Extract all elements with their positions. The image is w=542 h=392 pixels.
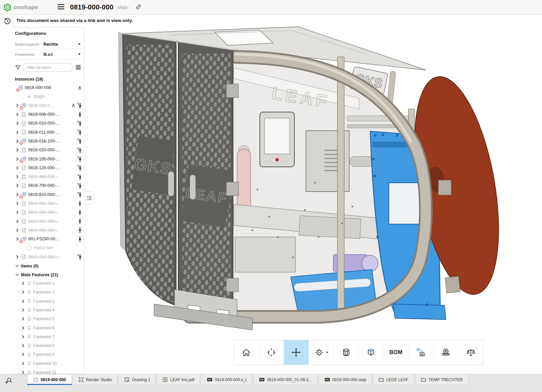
instance-row-0819-002-250[interactable]: 0819-002-250... <box>12 208 84 217</box>
home-button[interactable] <box>234 340 259 365</box>
orbit-button[interactable] <box>259 340 284 365</box>
bom-button[interactable]: BOM <box>383 340 409 365</box>
instance-row-001-fs290-00[interactable]: 001-FS290-00... <box>12 235 84 243</box>
menu-icon[interactable] <box>56 2 66 12</box>
tab-0819-000-000-01-09-2[interactable]: 0819-000-000_01-09-2... <box>253 374 318 385</box>
mate-feature-row-fastened-4[interactable]: Fastened 4 <box>19 306 84 314</box>
share-link-icon[interactable] <box>134 3 143 12</box>
chevron-right-icon[interactable] <box>21 361 25 366</box>
mate-feature-row-fastened-5[interactable]: Fastened 5 <box>19 314 84 323</box>
instance-row-0819-010-000[interactable]: 0819-010-000-... <box>12 253 84 261</box>
tab-0819-000-000[interactable]: 0819-000-000 <box>27 374 72 385</box>
tab-0819-000-000-step[interactable]: 0819-000-000.step <box>318 374 372 385</box>
chevron-right-icon[interactable] <box>15 139 20 144</box>
mate-feature-row-fastened-7[interactable]: Fastened 7 <box>19 332 84 341</box>
snapshot-button[interactable] <box>408 340 433 365</box>
mate-feature-row-fastened-3[interactable]: Fastened 3 <box>19 297 84 306</box>
3d-viewport[interactable]: LEAF GKS <box>84 15 542 374</box>
chevron-right-icon[interactable] <box>21 317 25 321</box>
tab-leaf-kist-pdf[interactable]: LEAF kist.pdf <box>157 374 200 385</box>
chevron-right-icon[interactable] <box>15 112 20 117</box>
instance-row-0819-105-000[interactable]: 0819-105-000-... <box>12 154 84 163</box>
assembly-icon <box>21 156 27 162</box>
chevron-right-icon[interactable] <box>15 130 20 135</box>
list-view-toggle-icon[interactable] <box>75 65 81 70</box>
bedieningskant-select[interactable]: Rechts <box>43 42 81 47</box>
instance-row-0819-002-250[interactable]: 0819-002-250... <box>12 217 84 225</box>
chevron-right-icon[interactable] <box>15 192 20 197</box>
chevron-right-icon[interactable] <box>21 352 25 357</box>
chevron-right-icon[interactable] <box>15 183 20 188</box>
mate-features-header[interactable]: Mate Features (21) <box>12 270 84 279</box>
pan-button[interactable] <box>284 340 309 365</box>
instance-row-part-1-1[interactable]: Part 1 <1> <box>12 243 84 252</box>
chevron-right-icon[interactable] <box>15 201 20 206</box>
mass-properties-button[interactable] <box>458 340 483 365</box>
mate-arrow-icon <box>77 103 82 108</box>
instance-row-0819-340-000[interactable]: 0819-340-000... <box>12 172 84 181</box>
chevron-right-icon[interactable] <box>15 174 20 179</box>
instance-row-0819-016-100[interactable]: 0819-016-100-... <box>12 137 84 146</box>
part-blue-icon <box>21 174 27 180</box>
chevron-right-icon[interactable] <box>15 228 20 233</box>
chevron-right-icon[interactable] <box>21 326 25 330</box>
instance-row-0819-000-000[interactable]: 0819-000-000 <box>12 83 84 92</box>
mate-feature-row-fastened-8[interactable]: Fastened 8 <box>19 341 84 350</box>
mate-feature-row-fastened-1[interactable]: Fastened 1 <box>19 279 84 288</box>
instance-row-0819-003-0[interactable]: 0819-003-0... <box>12 101 84 110</box>
chevron-right-icon[interactable] <box>15 255 20 259</box>
chevron-right-icon[interactable] <box>21 343 25 348</box>
chevron-right-icon[interactable] <box>15 157 20 161</box>
filter-input[interactable] <box>23 63 73 72</box>
tab-0819-000-000-x-t[interactable]: 0819-000-000.x_t <box>201 374 252 385</box>
tab-drawing-1[interactable]: Drawing 1 <box>118 374 156 385</box>
tab-temp-trechter[interactable]: TEMP TRECHTER <box>415 374 469 385</box>
chevron-down-icon[interactable] <box>326 352 329 353</box>
tab-lege-leaf[interactable]: LEGE LEAF <box>373 374 414 385</box>
chevron-right-icon[interactable] <box>15 148 20 152</box>
panel-collapse-handle[interactable] <box>84 191 94 204</box>
chevron-right-icon[interactable] <box>21 370 25 374</box>
instance-row-0819-002-250[interactable]: 0819-002-250... <box>12 199 84 208</box>
chevron-right-icon[interactable] <box>21 308 25 312</box>
instance-row-0819-002-250[interactable]: 0819-002-250... <box>12 226 84 235</box>
tab-manager-icon[interactable] <box>3 376 14 385</box>
chevron-right-icon[interactable] <box>15 103 20 108</box>
instance-row-0819-006-000[interactable]: 0819-006-000-... <box>12 110 84 119</box>
row-status-icons <box>77 147 84 153</box>
measure-button[interactable] <box>433 340 458 365</box>
instance-row-0819-020-000[interactable]: 0819-020-000-... <box>12 146 84 154</box>
mate-feature-row-fastened-11[interactable]: Fastened 11 <box>19 368 84 374</box>
instances-tree: Instances (18) 0819-000-000Origin0819-00… <box>12 74 84 374</box>
instance-row-origin[interactable]: Origin <box>12 92 84 101</box>
assembly-tab-icon <box>33 377 39 383</box>
chevron-right-icon[interactable] <box>21 290 25 295</box>
mate-feature-row-fastened-2[interactable]: Fastened 2 <box>19 288 84 297</box>
filter-funnel-icon[interactable] <box>15 65 21 70</box>
instance-row-0819-810-000[interactable]: 0819-810-000-... <box>12 190 84 199</box>
chevron-right-icon[interactable] <box>21 299 25 304</box>
instance-row-0819-011-000[interactable]: 0819-011-000-... <box>12 128 84 136</box>
onshape-logo[interactable]: onshape <box>3 3 38 12</box>
chevron-right-icon[interactable] <box>15 166 20 170</box>
tab-label: 0819-000-000 <box>41 377 66 382</box>
instance-row-0819-700-040[interactable]: 0819-700-040-... <box>12 181 84 190</box>
tab-render-studio[interactable]: Render Studio <box>72 374 118 385</box>
chevron-right-icon[interactable] <box>21 281 25 286</box>
mate-feature-row-fastened-9[interactable]: Fastened 9 <box>19 350 84 359</box>
mate-feature-row-fastened-10[interactable]: Fastened 10 <box>19 359 84 368</box>
versions-history-icon[interactable] <box>3 17 12 27</box>
instance-row-0819-120-000[interactable]: 0819-120-000-... <box>12 164 84 172</box>
chevron-right-icon[interactable] <box>15 210 20 215</box>
printerframe-select[interactable]: N.v.t <box>43 52 81 57</box>
chevron-right-icon[interactable] <box>21 334 25 339</box>
exploded-view-button[interactable] <box>358 340 383 365</box>
instance-row-0819-010-000[interactable]: 0819-010-000-... <box>12 119 84 128</box>
zoom-button[interactable] <box>309 340 334 365</box>
mate-feature-row-fastened-6[interactable]: Fastened 6 <box>19 323 84 332</box>
chevron-right-icon[interactable] <box>15 121 20 126</box>
chevron-right-icon[interactable] <box>15 219 20 224</box>
section-view-button[interactable] <box>333 340 358 365</box>
items-header[interactable]: Items (0) <box>12 261 84 270</box>
chevron-right-icon[interactable] <box>15 237 20 241</box>
